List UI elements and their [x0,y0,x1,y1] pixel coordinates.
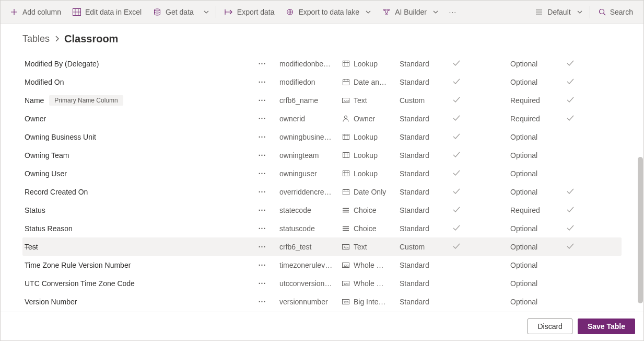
more-icon: ··· [449,8,457,16]
schema-name-cell: modifiedon [277,78,340,86]
data-type-label: Date Only [354,188,386,196]
column-type-cell: Standard [397,151,451,160]
row-more-button[interactable]: ··· [247,78,277,86]
get-data-chevron[interactable] [200,4,213,20]
overflow-button[interactable]: ··· [444,4,461,20]
plus-icon [10,8,18,16]
table-row[interactable]: Owner···owneridOwnerStandardRequired [22,109,622,128]
row-more-button[interactable]: ··· [247,261,277,269]
required-cell: Required [508,96,565,105]
data-type-label: Text [354,96,367,105]
more-icon: ··· [259,279,266,288]
data-type-label: Lookup [354,60,378,68]
table-row[interactable]: UTC Conversion Time Zone Code···utcconve… [22,274,622,292]
svg-text:123: 123 [344,264,349,267]
schema-name-cell: statuscode [277,224,340,233]
text-type-icon: Abc [342,97,349,104]
search-input[interactable]: Search [592,4,639,20]
table-row[interactable]: Owning Business Unit···owningbusine…Look… [22,128,622,146]
data-type-cell: Choice [340,224,397,233]
save-button[interactable]: Save Table [578,319,635,334]
data-type-label: Big Inte… [354,298,385,306]
row-more-button[interactable]: ··· [247,151,277,160]
number-type-icon: 123 [342,299,349,305]
breadcrumb-parent[interactable]: Tables [22,33,50,44]
check-icon [567,78,574,86]
row-more-button[interactable]: ··· [247,115,277,123]
get-data-button[interactable]: Get data [148,4,199,20]
row-more-button[interactable]: ··· [247,133,277,141]
schema-name-cell: owningbusine… [277,133,340,141]
data-type-label: Choice [354,224,377,233]
table-row[interactable]: Test···crfb6_testAbcTextCustomOptional [22,237,622,256]
row-more-button[interactable]: ··· [247,60,277,68]
table-row[interactable]: Status Reason···statuscodeChoiceStandard… [22,219,622,237]
add-column-button[interactable]: Add column [5,4,66,20]
scrollbar[interactable] [638,157,643,303]
table-row[interactable]: Modified By (Delegate)···modifiedonbe…Lo… [22,54,622,73]
row-more-button[interactable]: ··· [247,96,277,105]
table-row[interactable]: Version Number···versionnumber123Big Int… [22,292,622,311]
svg-text:Abc: Abc [344,99,349,102]
ai-builder-button[interactable]: AI Builder [377,4,443,20]
choice-type-icon [342,225,349,232]
check-icon [453,151,460,160]
required-cell: Optional [508,169,565,178]
column-type-cell: Standard [397,133,451,141]
breadcrumb-current: Classroom [64,33,118,45]
view-selector-label: Default [547,8,570,16]
data-type-cell: AbcText [340,96,397,105]
export-data-button[interactable]: Export data [219,4,280,20]
table-row[interactable]: Status···statecodeChoiceStandardRequired [22,201,622,219]
column-name-cell: Test [22,243,247,251]
data-type-cell: 123Whole … [340,279,397,288]
required-cell: Optional [508,261,565,269]
data-type-cell: AbcText [340,243,397,251]
row-more-button[interactable]: ··· [247,243,277,251]
data-type-cell: Date Only [340,188,397,196]
table-row[interactable]: Record Created On···overriddencre…Date O… [22,183,622,201]
discard-button[interactable]: Discard [528,319,572,334]
more-icon: ··· [259,206,266,214]
svg-point-6 [599,9,604,14]
table-row[interactable]: Owning Team···owningteamLookupStandardOp… [22,146,622,164]
table-row[interactable]: Modified On···modifiedonDate an…Standard… [22,73,622,91]
row-more-button[interactable]: ··· [247,169,277,178]
searchable-check [565,115,596,123]
row-more-button[interactable]: ··· [247,224,277,233]
check-icon [567,243,574,251]
separator [216,6,216,18]
customizable-check [451,60,508,68]
data-type-cell: Lookup [340,151,397,160]
row-more-button[interactable]: ··· [247,279,277,288]
svg-rect-8 [343,79,349,85]
svg-point-1 [155,9,160,11]
table-row[interactable]: Time Zone Rule Version Number···timezone… [22,256,622,274]
data-type-cell: 123Whole … [340,261,397,269]
searchable-check [565,243,596,251]
edit-excel-button[interactable]: Edit data in Excel [67,4,147,20]
column-name: Name [25,96,44,105]
export-lake-button[interactable]: Export to data lake [280,4,376,20]
row-more-button[interactable]: ··· [247,298,277,306]
table-row[interactable]: Owning User···owninguserLookupStandardOp… [22,164,622,183]
check-icon [453,133,460,141]
column-name-cell: Owning User [22,169,247,178]
schema-name-cell: timezonerulev… [277,261,340,269]
column-name-cell: Time Zone Rule Version Number [22,261,247,269]
searchable-check [565,78,596,86]
schema-name-cell: versionnumber [277,298,340,306]
more-icon: ··· [259,60,266,68]
required-cell: Optional [508,133,565,141]
column-name: Owner [25,115,46,123]
required-cell: Optional [508,78,565,86]
table-row[interactable]: NamePrimary Name Column···crfb6_nameAbcT… [22,91,622,109]
data-type-cell: Lookup [340,169,397,178]
row-more-button[interactable]: ··· [247,188,277,196]
row-more-button[interactable]: ··· [247,206,277,214]
more-icon: ··· [259,96,266,105]
view-selector-button[interactable]: Default [530,4,587,20]
edit-excel-label: Edit data in Excel [85,8,142,16]
column-type-cell: Standard [397,169,451,178]
column-name-cell: Version Number [22,298,247,306]
